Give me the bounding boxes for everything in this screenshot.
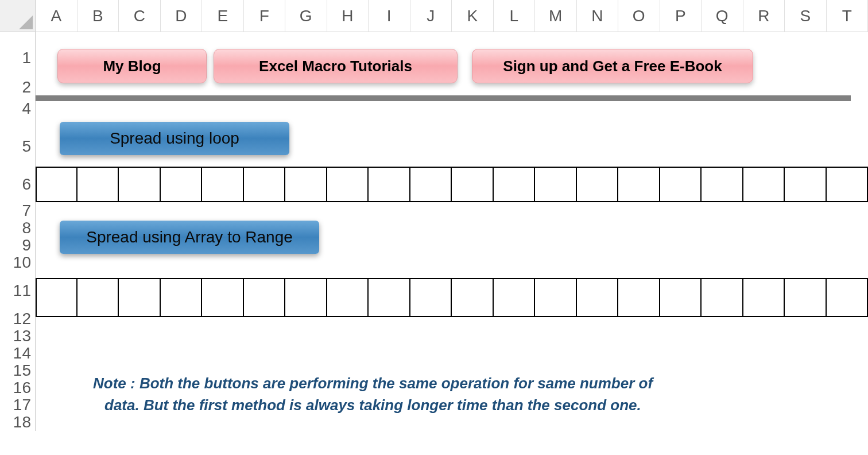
cell[interactable] — [660, 168, 702, 201]
row-header-9[interactable]: 9 — [0, 237, 36, 254]
cell[interactable] — [827, 279, 869, 316]
cell[interactable] — [36, 168, 78, 201]
cell[interactable] — [285, 168, 327, 201]
cell[interactable] — [577, 279, 619, 316]
cell[interactable] — [327, 168, 369, 201]
cell[interactable] — [410, 279, 452, 316]
excel-macro-tutorials-button[interactable]: Excel Macro Tutorials — [214, 49, 458, 83]
row-headers: 12456789101112131415161718 — [0, 32, 36, 431]
spread-array-button[interactable]: Spread using Array to Range — [60, 221, 319, 254]
row-header-6[interactable]: 6 — [0, 167, 36, 202]
column-headers: ABCDEFGHIJKLMNOPQRST — [36, 0, 868, 32]
cell[interactable] — [119, 168, 161, 201]
row-header-1[interactable]: 1 — [0, 32, 36, 84]
column-header-c[interactable]: C — [119, 0, 161, 32]
cell[interactable] — [618, 168, 660, 201]
cell[interactable] — [785, 168, 827, 201]
cell[interactable] — [535, 168, 577, 201]
cell[interactable] — [660, 279, 702, 316]
column-header-n[interactable]: N — [577, 0, 619, 32]
cell[interactable] — [410, 168, 452, 201]
cell[interactable] — [494, 168, 536, 201]
column-header-g[interactable]: G — [285, 0, 327, 32]
column-header-p[interactable]: P — [660, 0, 702, 32]
spreadsheet-grid[interactable]: My Blog Excel Macro Tutorials Sign up an… — [36, 32, 868, 455]
column-header-i[interactable]: I — [369, 0, 410, 32]
column-header-e[interactable]: E — [202, 0, 244, 32]
select-all-corner[interactable] — [0, 0, 36, 32]
column-header-k[interactable]: K — [452, 0, 494, 32]
cell[interactable] — [702, 279, 743, 316]
row-header-2[interactable]: 2 — [0, 84, 36, 91]
note-line-1: Note : Both the buttons are performing t… — [93, 375, 653, 392]
cell[interactable] — [702, 168, 743, 201]
row-header-14[interactable]: 14 — [0, 345, 36, 362]
row-header-18[interactable]: 18 — [0, 414, 36, 431]
cell[interactable] — [36, 279, 78, 316]
signup-ebook-button[interactable]: Sign up and Get a Free E-Book — [472, 49, 753, 83]
row-header-16[interactable]: 16 — [0, 379, 36, 396]
cell[interactable] — [535, 279, 577, 316]
column-header-d[interactable]: D — [161, 0, 203, 32]
cell[interactable] — [618, 279, 660, 316]
column-header-r[interactable]: R — [743, 0, 785, 32]
row-header-11[interactable]: 11 — [0, 271, 36, 310]
cell[interactable] — [452, 279, 494, 316]
array-output-row — [36, 278, 868, 317]
spread-loop-button[interactable]: Spread using loop — [60, 122, 289, 155]
column-header-j[interactable]: J — [410, 0, 452, 32]
row-header-7[interactable]: 7 — [0, 202, 36, 219]
column-header-q[interactable]: Q — [702, 0, 743, 32]
cell[interactable] — [78, 279, 119, 316]
cell[interactable] — [161, 279, 203, 316]
cell[interactable] — [494, 279, 536, 316]
cell[interactable] — [327, 279, 369, 316]
row-header-15[interactable]: 15 — [0, 362, 36, 379]
row-header-10[interactable]: 10 — [0, 254, 36, 271]
column-header-s[interactable]: S — [785, 0, 827, 32]
row-header-5[interactable]: 5 — [0, 126, 36, 167]
note-line-2: data. But the first method is always tak… — [104, 396, 641, 414]
cell[interactable] — [452, 168, 494, 201]
cell[interactable] — [827, 168, 869, 201]
cell[interactable] — [369, 168, 410, 201]
my-blog-button[interactable]: My Blog — [57, 49, 207, 83]
column-header-h[interactable]: H — [327, 0, 369, 32]
cell[interactable] — [785, 279, 827, 316]
cell[interactable] — [369, 279, 410, 316]
column-header-b[interactable]: B — [78, 0, 119, 32]
row-header-13[interactable]: 13 — [0, 327, 36, 345]
cell[interactable] — [743, 168, 785, 201]
cell[interactable] — [202, 279, 244, 316]
column-header-a[interactable]: A — [36, 0, 78, 32]
cell[interactable] — [743, 279, 785, 316]
cell[interactable] — [285, 279, 327, 316]
cell[interactable] — [78, 168, 119, 201]
column-header-o[interactable]: O — [618, 0, 660, 32]
cell[interactable] — [244, 168, 286, 201]
row-header-12[interactable]: 12 — [0, 310, 36, 327]
divider-bar — [36, 95, 851, 101]
column-header-m[interactable]: M — [535, 0, 577, 32]
column-header-f[interactable]: F — [244, 0, 286, 32]
loop-output-row — [36, 167, 868, 202]
cell[interactable] — [119, 279, 161, 316]
cell[interactable] — [161, 168, 203, 201]
cell[interactable] — [244, 279, 286, 316]
cell[interactable] — [577, 168, 619, 201]
row-header-17[interactable]: 17 — [0, 396, 36, 414]
column-header-l[interactable]: L — [494, 0, 536, 32]
column-header-t[interactable]: T — [827, 0, 869, 32]
row-header-8[interactable]: 8 — [0, 219, 36, 237]
cell[interactable] — [202, 168, 244, 201]
